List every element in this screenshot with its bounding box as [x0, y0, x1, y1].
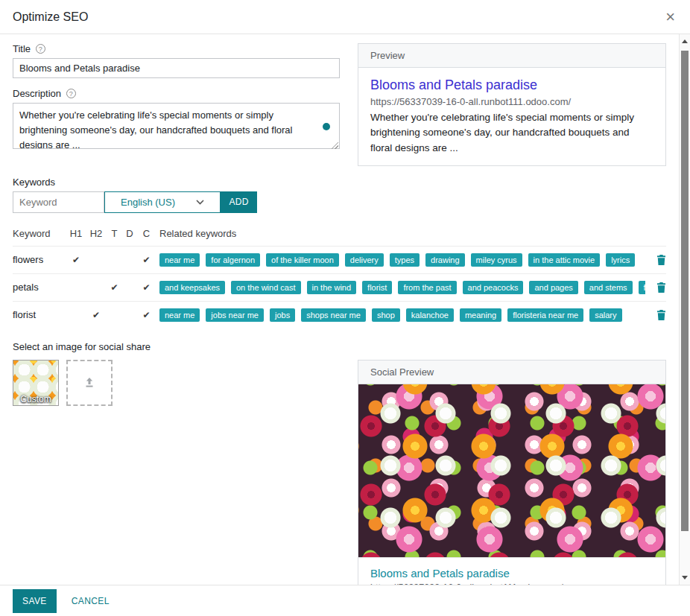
related-keyword-tag: jobs near me — [206, 308, 264, 322]
description-label-text: Description — [13, 88, 61, 99]
related-keyword-tag: for algernon — [206, 253, 260, 267]
upload-icon — [82, 375, 97, 390]
keyword-table-header: Keyword H1 H2 T D C Related keywords — [13, 228, 666, 247]
related-keyword-tag: in the wind — [307, 281, 357, 294]
upload-image-button[interactable] — [66, 360, 113, 406]
scroll-up-icon[interactable] — [680, 36, 690, 47]
social-preview-image — [358, 384, 665, 558]
preview-result-description: Whether you're celebrating life's specia… — [370, 110, 653, 156]
check-c: ✔ — [137, 282, 156, 293]
col-h2: H2 — [86, 228, 107, 239]
delete-keyword-button[interactable] — [645, 310, 666, 320]
related-keyword-tag: lyrics — [606, 253, 635, 267]
add-keyword-button[interactable]: ADD — [221, 191, 257, 213]
custom-image-label: Custom — [13, 394, 58, 404]
related-keyword-tag: and stems — [584, 281, 633, 294]
check-c: ✔ — [137, 255, 156, 265]
related-keyword-tag: of the killer moon — [266, 253, 339, 267]
scroll-down-icon[interactable] — [680, 572, 690, 583]
keyword-table: Keyword H1 H2 T D C Related keywords flo… — [13, 228, 666, 328]
related-keyword-tag: florist — [362, 281, 392, 294]
title-label: Title ? — [13, 43, 340, 54]
preview-result-title: Blooms and Petals paradise — [370, 77, 653, 93]
col-related-keywords: Related keywords — [156, 228, 645, 239]
col-keyword: Keyword — [13, 228, 66, 239]
social-preview-panel: Social Preview Blooms and Petals paradis… — [358, 360, 666, 585]
related-keyword-tag: and pages — [529, 281, 577, 294]
cancel-button[interactable]: CANCEL — [70, 589, 111, 613]
save-button[interactable]: SAVE — [13, 589, 57, 613]
preview-panel-title: Preview — [358, 44, 665, 68]
related-keyword-tag: shops near me — [301, 308, 366, 322]
col-d: D — [122, 228, 137, 239]
dialog-title: Optimize SEO — [13, 10, 88, 24]
related-keyword-tag: flowers — [639, 281, 645, 294]
description-help-icon: ? — [66, 89, 76, 98]
related-keyword-tag: jobs — [270, 308, 295, 322]
keyword-cell: florist — [13, 309, 66, 320]
keyword-table-row: florist ✔ ✔ near mejobs near mejobsshops… — [13, 302, 666, 328]
related-keyword-tag: near me — [159, 253, 200, 267]
delete-keyword-button[interactable] — [645, 255, 666, 265]
related-keyword-tag: from the past — [398, 281, 456, 294]
check-h2: ✔ — [86, 310, 107, 320]
check-c: ✔ — [137, 310, 156, 320]
keyword-cell: flowers — [13, 254, 66, 265]
language-select[interactable]: English (US) — [104, 191, 221, 213]
keyword-input[interactable] — [13, 191, 104, 213]
keywords-label: Keywords — [13, 177, 666, 188]
col-c: C — [137, 228, 156, 239]
title-label-text: Title — [13, 43, 31, 54]
chevron-down-icon — [196, 200, 204, 205]
related-keyword-tag: and peacocks — [463, 281, 524, 294]
related-keyword-tag: kalanchoe — [406, 308, 454, 322]
col-t: T — [107, 228, 122, 239]
scrollbar-thumb[interactable] — [681, 51, 689, 531]
related-keyword-tag: miley cyrus — [471, 253, 522, 267]
delete-keyword-button[interactable] — [645, 282, 666, 293]
related-keyword-tag: in the attic movie — [528, 253, 601, 267]
dialog-footer: SAVE CANCEL — [0, 585, 690, 616]
close-icon[interactable]: × — [663, 9, 677, 25]
related-keywords: near mejobs near mejobsshops near meshop… — [156, 308, 645, 322]
related-keyword-tag: and keepsakes — [159, 281, 225, 294]
related-keyword-tag: salary — [589, 308, 621, 322]
related-keyword-tag: floristeria near me — [507, 308, 583, 322]
preview-result-url: https://56337039-16-0-all.runbot111.odoo… — [370, 96, 653, 107]
title-help-icon: ? — [36, 44, 45, 54]
related-keyword-tag: shop — [372, 308, 400, 322]
trash-icon — [656, 256, 666, 267]
title-input[interactable] — [13, 58, 340, 78]
dialog-body: Title ? Description ? Whether you're cel… — [0, 34, 679, 585]
keyword-cell: petals — [13, 282, 66, 293]
col-h1: H1 — [66, 228, 86, 239]
keyword-rows: flowers ✔ ✔ near mefor algernonof the ki… — [13, 247, 666, 328]
check-t: ✔ — [107, 282, 122, 293]
related-keywords: near mefor algernonof the killer moondel… — [156, 253, 645, 267]
related-keyword-tag: near me — [159, 308, 200, 322]
vertical-scrollbar[interactable] — [679, 34, 690, 585]
trash-icon — [656, 284, 666, 295]
resize-handle[interactable] — [332, 142, 338, 149]
dialog-header: Optimize SEO × — [0, 0, 690, 34]
related-keyword-tag: meaning — [460, 308, 501, 322]
related-keyword-tag: drawing — [425, 253, 465, 267]
search-preview-panel: Preview Blooms and Petals paradise https… — [358, 43, 666, 166]
description-status-dot — [323, 123, 330, 130]
social-preview-title: Social Preview — [358, 361, 665, 384]
keyword-table-row: flowers ✔ ✔ near mefor algernonof the ki… — [13, 247, 666, 274]
social-result-title: Blooms and Petals paradise — [370, 567, 653, 580]
social-share-label: Select an image for social share — [13, 341, 666, 352]
related-keyword-tag: types — [390, 253, 420, 267]
custom-image-thumbnail[interactable]: Custom — [13, 360, 59, 406]
related-keyword-tag: on the wind cast — [231, 281, 301, 294]
language-select-value: English (US) — [121, 197, 175, 208]
related-keywords: and keepsakeson the wind castin the wind… — [156, 281, 645, 294]
related-keyword-tag: delivery — [345, 253, 384, 267]
trash-icon — [656, 311, 666, 323]
keyword-table-row: petals ✔ ✔ and keepsakeson the wind cast… — [13, 274, 666, 302]
description-textarea[interactable]: Whether you're celebrating life's specia… — [13, 103, 340, 149]
description-label: Description ? — [13, 88, 340, 99]
check-h1: ✔ — [66, 255, 86, 265]
optimize-seo-dialog: Optimize SEO × Title ? Description ? Whe… — [0, 0, 690, 616]
